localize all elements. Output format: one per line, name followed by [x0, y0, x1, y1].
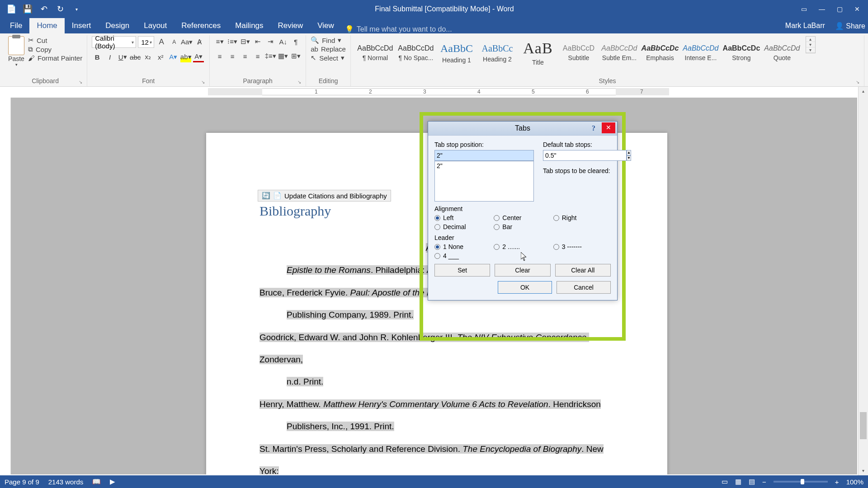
style-emphasis[interactable]: AaBbCcDcEmphasis	[640, 36, 680, 70]
help-icon[interactable]: ?	[588, 123, 599, 134]
dialog-title-bar[interactable]: Tabs ? ✕	[428, 122, 617, 135]
minimize-icon[interactable]: ―	[819, 5, 825, 13]
share-button[interactable]: 👤 Share	[835, 22, 865, 30]
macro-icon[interactable]: ▶	[110, 478, 115, 486]
multilevel-icon[interactable]: ⊟▾	[240, 36, 250, 47]
grow-font-icon[interactable]: A	[156, 37, 167, 47]
change-case-icon[interactable]: Aa▾	[181, 37, 192, 47]
shading-icon[interactable]: ▦▾	[278, 51, 288, 61]
style-subtle-em---[interactable]: AaBbCcDdSubtle Em...	[599, 36, 639, 70]
scroll-down-icon[interactable]: ▾	[859, 466, 868, 475]
align-center-icon[interactable]: ≡	[227, 51, 238, 61]
word-app-icon[interactable]: 📄	[6, 4, 16, 14]
align-center-radio[interactable]: Center	[494, 214, 551, 221]
paste-button[interactable]: Paste ▾	[8, 36, 24, 67]
maximize-icon[interactable]: ▢	[837, 5, 843, 13]
style-heading-1[interactable]: AaBbCHeading 1	[437, 36, 476, 70]
inc-indent-icon[interactable]: ⇥	[265, 36, 276, 47]
copy-button[interactable]: ⧉Copy	[28, 45, 82, 53]
zoom-out-icon[interactable]: −	[762, 478, 766, 486]
tab-insert[interactable]: Insert	[65, 18, 99, 33]
font-color-icon[interactable]: A▾	[193, 52, 204, 62]
leader-dashes-radio[interactable]: 3 -------	[553, 243, 611, 250]
font-name-combo[interactable]: Calibri (Body)	[92, 36, 136, 48]
tell-me-search[interactable]: 💡Tell me what you want to do...	[345, 25, 452, 33]
numbering-icon[interactable]: ⁝≡▾	[227, 36, 238, 47]
tab-review[interactable]: Review	[271, 18, 311, 33]
styles-scroll[interactable]: ▴▾▾	[806, 36, 816, 53]
italic-icon[interactable]: I	[104, 52, 115, 62]
tab-mailings[interactable]: Mailings	[228, 18, 270, 33]
find-button[interactable]: 🔍Find ▾	[311, 36, 346, 44]
paragraph-launcher-icon[interactable]: ↘	[297, 80, 301, 84]
styles-launcher-icon[interactable]: ↘	[856, 80, 859, 84]
clear-format-icon[interactable]: A̷	[194, 37, 205, 47]
print-layout-icon[interactable]: ▦	[735, 478, 741, 486]
font-launcher-icon[interactable]: ↘	[201, 80, 205, 84]
ribbon-display-icon[interactable]: ▭	[801, 5, 807, 13]
style---no-spac---[interactable]: AaBbCcDd¶ No Spac...	[396, 36, 436, 70]
style-title[interactable]: AaBTitle	[518, 36, 558, 70]
tab-file[interactable]: File	[3, 18, 29, 33]
align-bar-radio[interactable]: Bar	[494, 223, 551, 230]
cut-button[interactable]: ✂Cut	[28, 36, 82, 44]
horizontal-ruler[interactable]: 1 2 3 4 5 6 7	[0, 87, 868, 98]
read-mode-icon[interactable]: ▭	[722, 478, 728, 486]
superscript-icon[interactable]: x²	[155, 52, 166, 62]
set-button[interactable]: Set	[434, 264, 490, 277]
redo-icon[interactable]: ↻	[55, 4, 65, 14]
dec-indent-icon[interactable]: ⇤	[252, 36, 263, 47]
text-effects-icon[interactable]: A▾	[168, 52, 179, 62]
style-quote[interactable]: AaBbCcDdQuote	[762, 36, 802, 70]
justify-icon[interactable]: ≡	[252, 51, 263, 61]
tab-home[interactable]: Home	[29, 18, 64, 33]
close-window-icon[interactable]: ✕	[854, 5, 860, 13]
underline-icon[interactable]: U▾	[117, 52, 128, 62]
save-icon[interactable]: 💾	[23, 4, 33, 14]
align-left-icon[interactable]: ≡	[214, 51, 225, 61]
show-hide-icon[interactable]: ¶	[290, 36, 301, 47]
zoom-in-icon[interactable]: +	[835, 478, 839, 486]
align-right-radio[interactable]: Right	[553, 214, 611, 221]
leader-dots-radio[interactable]: 2 .......	[494, 243, 551, 250]
spell-check-icon[interactable]: 📖	[92, 478, 101, 486]
leader-underline-radio[interactable]: 4 ___	[434, 252, 492, 259]
align-right-icon[interactable]: ≡	[240, 51, 250, 61]
update-citations-button[interactable]: 🔄 📄 Update Citations and Bibliography	[258, 190, 391, 202]
format-painter-button[interactable]: 🖌Format Painter	[28, 54, 82, 62]
vertical-scrollbar[interactable]: ▴ ▾	[858, 87, 868, 475]
style-strong[interactable]: AaBbCcDcStrong	[722, 36, 761, 70]
style-intense-e---[interactable]: AaBbCcDdIntense E...	[681, 36, 721, 70]
spin-down-icon[interactable]: ▼	[627, 155, 631, 161]
leader-none-radio[interactable]: 1 None	[434, 243, 492, 250]
style-subtitle[interactable]: AaBbCcDSubtitle	[559, 36, 599, 70]
tab-design[interactable]: Design	[98, 18, 137, 33]
clear-button[interactable]: Clear	[495, 264, 550, 277]
word-count[interactable]: 2143 words	[48, 478, 84, 486]
highlight-icon[interactable]: ab▾	[180, 52, 191, 62]
undo-icon[interactable]: ↶	[39, 4, 49, 14]
vertical-ruler[interactable]	[0, 98, 11, 474]
style-heading-2[interactable]: AaBbCcHeading 2	[477, 36, 517, 70]
scroll-up-icon[interactable]: ▴	[859, 87, 868, 96]
select-button[interactable]: ↖Select ▾	[311, 54, 346, 62]
zoom-level[interactable]: 100%	[846, 478, 863, 486]
tab-position-input[interactable]	[434, 150, 534, 161]
clear-all-button[interactable]: Clear All	[555, 264, 611, 277]
shrink-font-icon[interactable]: A	[169, 37, 179, 47]
web-layout-icon[interactable]: ▤	[749, 478, 755, 486]
scroll-thumb[interactable]	[860, 412, 867, 439]
zoom-slider[interactable]	[774, 481, 828, 483]
ok-button[interactable]: OK	[498, 281, 552, 294]
tab-view[interactable]: View	[310, 18, 341, 33]
font-size-combo[interactable]: 12	[138, 36, 154, 48]
qat-customize-icon[interactable]: ▾	[71, 4, 81, 14]
default-tab-spinner[interactable]: ▲▼	[543, 150, 611, 161]
page-indicator[interactable]: Page 9 of 9	[5, 478, 39, 486]
sort-icon[interactable]: A↓	[278, 36, 288, 47]
strike-icon[interactable]: abc	[130, 52, 141, 62]
borders-icon[interactable]: ⊞▾	[290, 51, 301, 61]
align-decimal-radio[interactable]: Decimal	[434, 223, 492, 230]
spin-up-icon[interactable]: ▲	[627, 150, 631, 155]
align-left-radio[interactable]: Left	[434, 214, 492, 221]
